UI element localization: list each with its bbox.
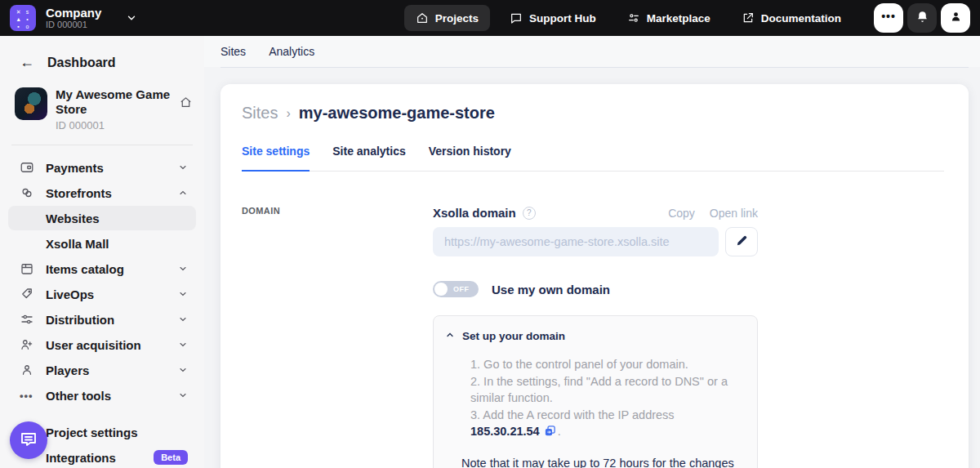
sidebar: ← Dashboard My Awesome Game Store ID 000… <box>0 36 204 468</box>
chevron-down-icon <box>178 340 188 350</box>
nav-marketplace-button[interactable]: Marketplace <box>616 5 722 31</box>
chat-icon <box>510 11 523 25</box>
ellipsis-icon: ••• <box>20 390 34 402</box>
sidebar-item-user-acquisition[interactable]: User acquisition <box>8 332 196 357</box>
nav-documentation-button[interactable]: Documentation <box>730 5 853 31</box>
toggle-knob <box>434 283 448 296</box>
toggle-state-label: OFF <box>453 285 470 293</box>
sidebar-title: Dashboard <box>47 56 116 70</box>
xsolla-domain-input[interactable] <box>433 227 719 256</box>
divider <box>11 145 193 145</box>
notifications-button[interactable] <box>907 3 937 33</box>
sidebar-item-websites[interactable]: Websites <box>8 206 196 230</box>
chevron-down-icon <box>178 264 188 274</box>
setup-domain-title: Set up your domain <box>462 330 565 342</box>
wallet-icon <box>20 160 34 175</box>
sidebar-item-distribution[interactable]: Distribution <box>8 307 196 332</box>
storefront-icon <box>20 185 34 200</box>
open-link[interactable]: Open link <box>710 207 758 220</box>
nav-support-hub-label: Support Hub <box>529 12 596 25</box>
chevron-up-icon <box>178 188 188 198</box>
subnav-sites[interactable]: Sites <box>220 45 246 58</box>
setup-step-2: 2. In the settings, find "Add a record t… <box>470 373 746 407</box>
sidebar-item-players[interactable]: Players <box>8 358 196 382</box>
use-own-domain-toggle[interactable]: OFF <box>433 281 479 297</box>
more-options-button[interactable]: ••• <box>874 3 903 33</box>
chevron-down-icon <box>178 365 188 375</box>
sliders-icon <box>20 312 34 327</box>
tag-icon <box>20 287 34 301</box>
subnav-analytics[interactable]: Analytics <box>269 45 314 58</box>
company-name: Company <box>46 6 101 20</box>
tab-version-history[interactable]: Version history <box>429 145 511 172</box>
edit-domain-button[interactable] <box>725 227 758 256</box>
divider <box>220 67 969 68</box>
home-icon <box>416 11 429 25</box>
domain-section: DOMAIN Xsolla domain ? Copy Open link <box>242 206 944 468</box>
external-link-icon <box>742 11 755 25</box>
site-settings-card: Sites › my-awesome-game-store Site setti… <box>220 84 969 468</box>
setup-step-3: 3. Add the A record with the IP address … <box>470 407 746 442</box>
breadcrumb: Sites › my-awesome-game-store <box>242 104 944 123</box>
sidebar-item-payments[interactable]: Payments <box>8 155 196 180</box>
sidebar-item-liveops[interactable]: LiveOps <box>8 282 196 306</box>
tab-bar: Site settings Site analytics Version his… <box>242 145 944 172</box>
back-arrow-icon[interactable]: ← <box>20 54 34 71</box>
setup-steps: 1. Go to the control panel of your domai… <box>470 356 746 442</box>
xsolla-domain-label: Xsolla domain <box>433 206 516 220</box>
chevron-up-icon <box>445 328 455 343</box>
options-icon <box>627 11 640 25</box>
user-plus-icon <box>20 337 34 352</box>
nav-support-hub-button[interactable]: Support Hub <box>498 5 608 31</box>
project-avatar <box>15 87 47 120</box>
pencil-icon <box>736 234 748 250</box>
top-bar: ✕s▲•▪o Company ID 000001 Projects Suppor… <box>0 0 980 36</box>
home-icon[interactable] <box>179 96 193 113</box>
chevron-down-icon <box>178 390 188 400</box>
help-icon[interactable]: ? <box>523 207 536 220</box>
page-title: my-awesome-game-store <box>299 104 495 123</box>
setup-step-1: 1. Go to the control panel of your domai… <box>470 356 746 373</box>
setup-domain-panel: Set up your domain 1. Go to the control … <box>433 315 758 468</box>
main-area: Sites Analytics Sites › my-awesome-game-… <box>204 36 980 468</box>
project-name: My Awesome Game Store <box>56 87 179 117</box>
nav-projects-label: Projects <box>435 12 479 25</box>
chevron-down-icon <box>178 163 188 172</box>
use-own-domain-label: Use my own domain <box>492 283 610 296</box>
beta-badge: Beta <box>154 450 188 465</box>
company-id: ID 000001 <box>46 20 101 30</box>
top-right-buttons: ••• <box>874 3 970 33</box>
xsolla-logo-icon[interactable]: ✕s▲•▪o <box>10 5 36 31</box>
company-switcher[interactable]: Company ID 000001 <box>46 6 101 30</box>
nav-projects-button[interactable]: Projects <box>404 5 490 31</box>
bell-icon <box>915 10 929 27</box>
setup-domain-header[interactable]: Set up your domain <box>445 328 746 343</box>
tab-site-analytics[interactable]: Site analytics <box>332 145 406 172</box>
nav-documentation-label: Documentation <box>761 12 841 25</box>
chevron-right-icon: › <box>286 106 290 121</box>
account-button[interactable] <box>941 3 970 33</box>
setup-note: Note that it may take up to 72 hours for… <box>461 455 746 468</box>
sidebar-item-items-catalog[interactable]: Items catalog <box>8 256 196 281</box>
chat-support-button[interactable] <box>10 421 47 459</box>
copy-ip-icon[interactable] <box>544 425 556 442</box>
chevron-down-icon <box>178 289 188 299</box>
sidebar-item-storefronts[interactable]: Storefronts <box>8 181 196 205</box>
person-icon <box>949 10 963 27</box>
ip-address: 185.30.21.54 <box>470 425 540 438</box>
chevron-down-icon[interactable] <box>126 12 137 24</box>
chat-bubble-icon <box>19 429 38 452</box>
secondary-nav: Sites Analytics <box>204 36 980 67</box>
sidebar-item-other-tools[interactable]: ••• Other tools <box>8 383 196 408</box>
breadcrumb-sites-link[interactable]: Sites <box>242 104 278 123</box>
domain-section-label: DOMAIN <box>242 206 433 216</box>
tab-site-settings[interactable]: Site settings <box>242 145 310 172</box>
ellipsis-icon: ••• <box>881 10 896 23</box>
sidebar-item-xsolla-mall[interactable]: Xsolla Mall <box>8 231 196 256</box>
copy-link[interactable]: Copy <box>668 207 695 220</box>
top-navigation: Projects Support Hub Marketplace Documen… <box>404 5 853 31</box>
chevron-down-icon <box>178 314 188 324</box>
box-icon <box>20 261 34 276</box>
project-card[interactable]: My Awesome Game Store ID 000001 <box>0 87 204 131</box>
project-id: ID 000001 <box>56 119 179 131</box>
